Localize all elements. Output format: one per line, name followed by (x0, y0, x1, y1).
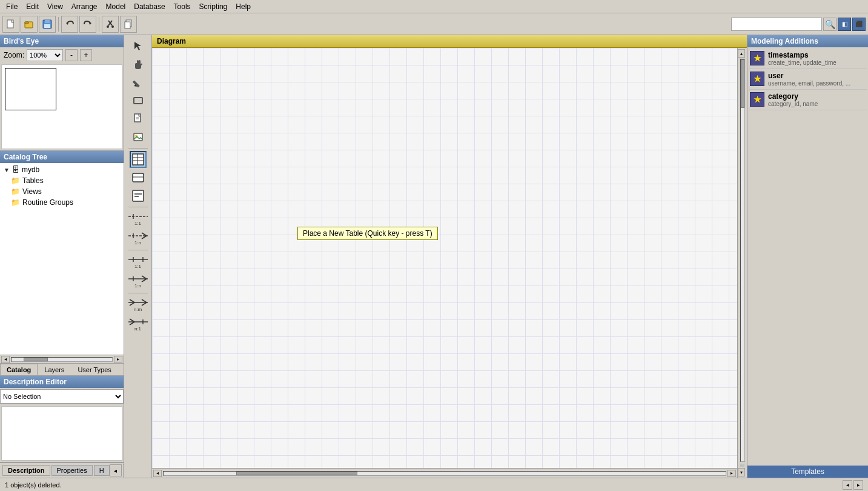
nav-tab-properties[interactable]: Properties (51, 465, 93, 476)
scroll-right-button[interactable]: ▸ (114, 356, 122, 363)
menu-scripting[interactable]: Scripting (196, 1, 231, 12)
search-input[interactable] (731, 18, 822, 31)
v-scroll-track[interactable] (740, 59, 745, 462)
model-item-category[interactable]: ★ category category_id, name (749, 90, 867, 110)
status-btn-2[interactable]: ▸ (853, 480, 863, 490)
bottom-tab-bar: Catalog Layers User Types (0, 363, 124, 376)
tree-item-mydb[interactable]: ▼ 🗄 mydb (1, 164, 122, 175)
tab-layers[interactable]: Layers (38, 364, 71, 375)
routine-tool[interactable] (130, 187, 147, 204)
scroll-thumb (24, 358, 48, 361)
model-name-user: user (768, 72, 866, 80)
zoom-select[interactable]: 100% 75% 50% 150% (27, 49, 63, 61)
tree-item-tables[interactable]: 📁 Tables (1, 175, 122, 186)
diagram-content: Place a New Table (Quick key - press T) … (152, 48, 747, 478)
tabs: Catalog Layers User Types (0, 364, 124, 376)
copy-button[interactable] (120, 16, 137, 33)
h-scroll-left[interactable]: ◂ (153, 470, 162, 477)
model-fields-user: username, email, password, ... (768, 80, 866, 87)
description-content (1, 406, 122, 461)
view-tool[interactable] (130, 169, 147, 186)
left-panel: Bird's Eye Zoom: 100% 75% 50% 150% - + C… (0, 35, 124, 478)
model-name-category: category (768, 92, 866, 101)
model-item-timestamps[interactable]: ★ timestamps create_time, update_time (749, 48, 867, 69)
table-tool[interactable] (130, 151, 147, 168)
nav-tab-description[interactable]: Description (2, 465, 50, 476)
view-btn-2[interactable]: ⬛ (852, 18, 866, 31)
save-button[interactable] (39, 16, 56, 33)
tooltip: Place a New Table (Quick key - press T) (297, 227, 438, 240)
svg-rect-5 (44, 24, 50, 28)
star-icon-user: ★ (754, 74, 761, 84)
zoom-out-button[interactable]: - (65, 49, 78, 61)
menu-database[interactable]: Database (130, 1, 168, 12)
description-select[interactable]: No Selection (0, 389, 124, 404)
redo-button[interactable] (79, 16, 96, 33)
note-tool[interactable] (130, 110, 147, 127)
hand-tool[interactable] (130, 56, 147, 73)
menu-file[interactable]: File (2, 1, 21, 12)
toolbar-sep-1 (58, 17, 59, 32)
rel-1-1-tool[interactable]: 1:1 (127, 253, 149, 271)
zoom-in-button[interactable]: + (80, 49, 92, 61)
diagram-canvas[interactable]: Place a New Table (Quick key - press T) (152, 48, 737, 468)
view-btn-1[interactable]: ◧ (838, 18, 851, 31)
h-scroll-track[interactable] (163, 471, 726, 476)
select-tool[interactable] (130, 38, 147, 55)
scroll-left-button[interactable]: ◂ (1, 356, 10, 363)
db-icon: 🗄 (12, 165, 19, 174)
menu-tools[interactable]: Tools (170, 1, 194, 12)
model-item-user[interactable]: ★ user username, email, password, ... (749, 69, 867, 90)
menu-help[interactable]: Help (232, 1, 254, 12)
right-panel-header: Modeling Additions (747, 35, 868, 47)
rel-1-n-id-tool[interactable]: 1:n (127, 229, 149, 247)
diagram-area: Diagram Place a New Table (Quick key - p… (152, 35, 747, 478)
tree-item-views[interactable]: 📁 Views (1, 186, 122, 197)
search-button[interactable]: 🔍 (823, 18, 837, 31)
tool-sep-2 (128, 207, 148, 207)
diagram-main: Place a New Table (Quick key - press T) … (152, 48, 737, 478)
diagram-header: Diagram (152, 35, 747, 48)
new-button[interactable] (2, 16, 19, 33)
birds-eye-viewport (5, 68, 56, 110)
rel-n-m-tool[interactable]: n:m (127, 296, 149, 314)
model-info-timestamps: timestamps create_time, update_time (768, 51, 866, 66)
pencil-tool[interactable] (130, 74, 147, 91)
nav-prev-button[interactable]: ◂ (110, 464, 122, 476)
svg-rect-29 (133, 190, 144, 201)
catalog-tree-panel: Catalog Tree ▼ 🗄 mydb 📁 Tables 📁 Views 📁 (0, 151, 124, 363)
diagram-scrollbar-v: ▴ ▾ (737, 48, 747, 478)
folder-icon-views: 📁 (11, 187, 20, 196)
templates-bar[interactable]: Templates (747, 466, 868, 478)
tab-user-types[interactable]: User Types (71, 364, 118, 375)
status-btn-1[interactable]: ◂ (843, 480, 852, 490)
v-scroll-up[interactable]: ▴ (738, 49, 745, 58)
diagram-scrollbar-h: ◂ ▸ (152, 468, 737, 478)
image-tool[interactable] (130, 129, 147, 145)
rel-1-1-id-label: 1:1 (134, 221, 141, 226)
toolbar-sep-2 (99, 17, 99, 32)
open-button[interactable] (21, 16, 38, 33)
undo-button[interactable] (61, 16, 78, 33)
tree-label-views: Views (22, 187, 42, 196)
menu-view[interactable]: View (44, 1, 67, 12)
rel-1-1-id-tool[interactable]: 1:1 (127, 210, 149, 228)
tree-item-routine-groups[interactable]: 📁 Routine Groups (1, 197, 122, 208)
menu-model[interactable]: Model (102, 1, 130, 12)
rel-1-n-tool[interactable]: 1:n (127, 272, 149, 290)
rel-n-1-tool[interactable]: n:1 (127, 315, 149, 333)
tree-label-tables: Tables (22, 176, 44, 185)
model-fields-timestamps: create_time, update_time (768, 59, 866, 66)
v-scroll-down[interactable]: ▾ (738, 468, 745, 476)
menu-edit[interactable]: Edit (22, 1, 42, 12)
rel-1-1-label: 1:1 (134, 264, 141, 269)
status-right: ◂ ▸ (843, 480, 863, 490)
menu-arrange[interactable]: Arrange (68, 1, 101, 12)
scroll-track[interactable] (11, 357, 113, 362)
cut-button[interactable] (102, 16, 119, 33)
h-scroll-right[interactable]: ▸ (727, 470, 736, 477)
nav-tab-h[interactable]: H (94, 465, 110, 476)
box-tool[interactable] (130, 92, 147, 109)
tab-catalog[interactable]: Catalog (0, 364, 38, 375)
svg-point-11 (111, 25, 114, 28)
